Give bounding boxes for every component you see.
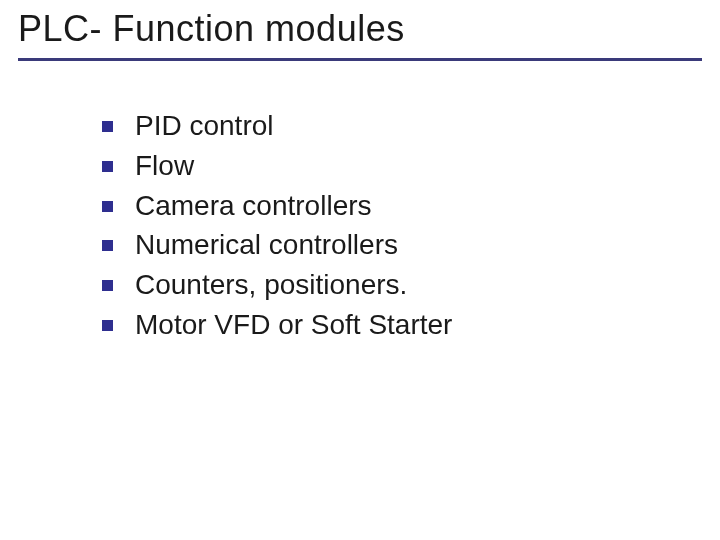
list-item-text: Flow [135, 147, 194, 185]
square-bullet-icon [102, 161, 113, 172]
square-bullet-icon [102, 320, 113, 331]
list-item: Motor VFD or Soft Starter [102, 306, 702, 344]
list-item-text: Counters, positioners. [135, 266, 407, 304]
title-underline [18, 58, 702, 61]
square-bullet-icon [102, 240, 113, 251]
list-item: PID control [102, 107, 702, 145]
list-item: Camera controllers [102, 187, 702, 225]
list-item: Numerical controllers [102, 226, 702, 264]
list-item-text: Motor VFD or Soft Starter [135, 306, 452, 344]
list-item-text: PID control [135, 107, 274, 145]
slide: PLC- Function modules PID control Flow C… [0, 0, 720, 540]
square-bullet-icon [102, 201, 113, 212]
list-item: Counters, positioners. [102, 266, 702, 304]
list-item-text: Numerical controllers [135, 226, 398, 264]
list-item: Flow [102, 147, 702, 185]
list-item-text: Camera controllers [135, 187, 372, 225]
square-bullet-icon [102, 121, 113, 132]
square-bullet-icon [102, 280, 113, 291]
bullet-list: PID control Flow Camera controllers Nume… [102, 107, 702, 344]
slide-title: PLC- Function modules [18, 8, 702, 56]
